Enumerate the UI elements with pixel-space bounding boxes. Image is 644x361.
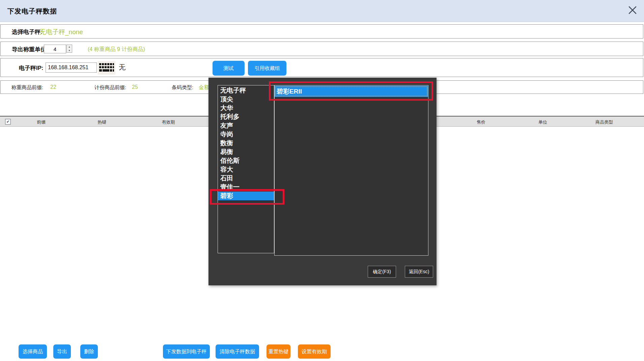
barcode-type-value: 金额 — [199, 84, 209, 91]
send-scale-data-dialog: 下发电子秤数据 选择电子秤: 无电子秤_none 导出称重单位: ▲ ▼ (4 … — [0, 0, 644, 361]
keyboard-icon[interactable] — [98, 61, 115, 75]
brand-item[interactable]: 顶尖 — [218, 95, 274, 104]
weigh-prefix-label: 称重商品前缀: — [11, 84, 43, 91]
confirm-button[interactable]: 确定(F3) — [368, 266, 396, 278]
scale-ip-section: 电子秤IP: 无 测试 引用收藏组 — [0, 58, 643, 77]
scale-brand-picker-popup: 无电子秤 顶尖 大华 托利多 友声 寺岗 数衡 易衡 佰伦斯 容大 石田 壹佳一… — [208, 78, 437, 285]
brand-item[interactable]: 无电子秤 — [218, 86, 274, 95]
column-unit: 单位 — [538, 119, 547, 125]
export-unit-label: 导出称重单位: — [12, 46, 48, 53]
page-title: 下发电子秤数据 — [7, 7, 57, 16]
spin-up-icon[interactable]: ▲ — [67, 45, 72, 49]
scale-ip-input[interactable] — [46, 62, 97, 73]
weigh-prefix-value: 22 — [50, 84, 56, 90]
brand-item[interactable]: 大华 — [218, 104, 274, 112]
model-item-selected[interactable]: 碧彩ERII — [275, 86, 428, 97]
brand-item[interactable]: 寺岗 — [218, 130, 274, 139]
brand-item-selected[interactable]: 碧彩 — [218, 191, 274, 200]
export-button[interactable]: 导出 — [53, 344, 71, 359]
favorites-group-button[interactable]: 引用收藏组 — [248, 61, 286, 76]
count-prefix-value: 25 — [132, 84, 138, 90]
close-icon — [627, 4, 638, 17]
select-products-button[interactable]: 选择商品 — [19, 344, 47, 359]
scale-select-value[interactable]: 无电子秤_none — [39, 28, 83, 36]
delete-button[interactable]: 删除 — [80, 344, 98, 359]
spin-down-icon[interactable]: ▼ — [67, 49, 72, 52]
brand-item[interactable]: 数衡 — [218, 139, 274, 148]
scale-select-label: 选择电子秤: — [12, 28, 43, 36]
close-button[interactable] — [625, 3, 640, 18]
reset-hotkey-button[interactable]: 重置热键 — [267, 344, 290, 359]
column-price: 售价 — [477, 119, 485, 125]
column-hotkey: 热键 — [97, 119, 106, 125]
scale-ip-label: 电子秤IP: — [19, 64, 44, 72]
select-all-checkbox[interactable]: ✔ — [5, 119, 11, 125]
export-unit-section: 导出称重单位: ▲ ▼ (4 称重商品 9 计份商品) — [0, 42, 643, 56]
column-product-type: 商品类型 — [595, 119, 613, 125]
send-data-to-scale-button[interactable]: 下发数据到电子秤 — [163, 344, 210, 359]
brand-item[interactable]: 佰伦斯 — [218, 156, 274, 165]
ip-status-text: 无 — [119, 63, 125, 72]
clear-scale-data-button[interactable]: 清除电子秤数据 — [216, 344, 259, 359]
count-prefix-label: 计份商品前缀: — [94, 84, 126, 91]
export-unit-input[interactable] — [44, 45, 66, 53]
brand-item[interactable]: 容大 — [218, 165, 274, 174]
export-unit-stepper: ▲ ▼ — [66, 45, 72, 53]
brand-item[interactable]: 托利多 — [218, 112, 274, 121]
export-unit-hint: (4 称重商品 9 计份商品) — [88, 46, 145, 53]
model-list: 碧彩ERII — [274, 85, 428, 256]
barcode-type-label: 条码类型: — [172, 84, 193, 91]
return-button[interactable]: 返回(Esc) — [405, 266, 433, 278]
brand-item[interactable]: 石田 — [218, 174, 274, 183]
brand-item[interactable]: 易衡 — [218, 148, 274, 156]
column-validity: 有效期 — [162, 119, 175, 125]
brand-item[interactable]: 友声 — [218, 121, 274, 130]
brand-item[interactable]: 壹佳一 — [218, 183, 274, 191]
test-button[interactable]: 测试 — [213, 61, 245, 76]
checkbox-check-icon: ✔ — [6, 120, 9, 124]
set-validity-button[interactable]: 设置有效期 — [298, 344, 331, 359]
scale-select-section: 选择电子秤: 无电子秤_none — [0, 24, 643, 38]
title-bar: 下发电子秤数据 — [0, 0, 644, 22]
column-prefix: 前缀 — [37, 119, 46, 125]
brand-list: 无电子秤 顶尖 大华 托利多 友声 寺岗 数衡 易衡 佰伦斯 容大 石田 壹佳一… — [218, 85, 274, 253]
